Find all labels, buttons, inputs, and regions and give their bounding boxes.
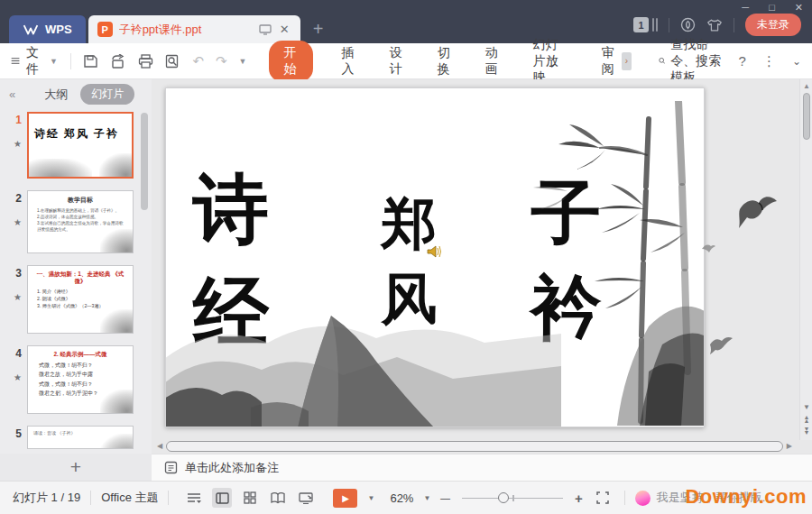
- thumbnail-image[interactable]: 诗经 郑风 子衿: [27, 112, 134, 179]
- zoom-level[interactable]: 62%: [390, 491, 413, 505]
- slide-sorter-view-icon[interactable]: [240, 488, 260, 508]
- notes-bar[interactable]: 单击此处添加备注: [152, 454, 812, 481]
- ink-mountain-art: [165, 289, 561, 427]
- panel-collapse-icon[interactable]: «: [9, 87, 15, 101]
- tab-insert[interactable]: 插入: [329, 45, 368, 78]
- close-icon[interactable]: ✕: [795, 2, 803, 13]
- login-button[interactable]: 未登录: [745, 14, 801, 36]
- wps-home-tab[interactable]: WPS: [9, 15, 86, 43]
- scroll-down-icon[interactable]: ▼: [803, 403, 810, 411]
- zoom-in-button[interactable]: +: [575, 491, 583, 506]
- reading-view-icon[interactable]: [268, 488, 288, 508]
- zoom-out-button[interactable]: ─: [440, 491, 450, 506]
- redo-icon[interactable]: ↷: [216, 53, 227, 69]
- ribbon-menu-bar: 文件 ▼ ↶ ↷ ▼ 开始 插入 设计 切换 动画 幻灯片放映 审阅 › 查找命…: [0, 43, 812, 79]
- search-icon: [659, 54, 666, 68]
- doc-count-badge[interactable]: 1: [633, 17, 649, 32]
- thumbnail-list: 1 ★ 诗经 郑风 子衿 2 ★ 教学目标 1.在理解解释诗意的基础上，背诵《子…: [0, 112, 152, 454]
- slide-thumb-3[interactable]: 3 ★ 一、温故知新：1、走进经典 《式微》 1. 简介《诗经》 2. 朗读《式…: [0, 265, 152, 334]
- scroll-left-icon[interactable]: ◀: [157, 442, 162, 450]
- previous-slide-button[interactable]: ▲▲: [804, 416, 810, 423]
- document-tab[interactable]: P 子衿ppt课件.ppt ✕: [88, 15, 300, 43]
- zoom-presets-chevron-icon[interactable]: ▼: [423, 494, 430, 502]
- tab-slideshow[interactable]: 幻灯片放映: [521, 37, 580, 86]
- new-tab-button[interactable]: +: [313, 19, 324, 43]
- slide-thumb-5[interactable]: 5 诵读：音读 《子衿》: [0, 426, 152, 449]
- skin-tshirt-icon[interactable]: [706, 18, 723, 32]
- save-icon[interactable]: [83, 54, 98, 69]
- present-monitor-icon[interactable]: [259, 24, 272, 35]
- tab-slides[interactable]: 幻灯片: [80, 84, 134, 105]
- tab-transition[interactable]: 切换: [425, 45, 464, 78]
- toolbar-more-icon[interactable]: ▼: [239, 57, 247, 66]
- ink-art-mini: [100, 229, 134, 253]
- minimize-icon[interactable]: ─: [742, 2, 749, 13]
- file-menu[interactable]: 文件 ▼: [11, 45, 58, 78]
- editor-canvas[interactable]: 诗经 郑风 子衿: [152, 79, 812, 454]
- scroll-up-icon[interactable]: ▲: [803, 82, 810, 90]
- thumb-title: 一、温故知新：1、走进经典 《式微》: [32, 271, 129, 285]
- export-pdf-icon[interactable]: [110, 54, 126, 69]
- scroll-right-icon[interactable]: ▶: [787, 442, 792, 450]
- thumbnail-image[interactable]: 一、温故知新：1、走进经典 《式微》 1. 简介《诗经》 2. 朗读《式微》 3…: [27, 265, 134, 334]
- slide-number: 1: [15, 114, 22, 126]
- tab-animation[interactable]: 动画: [473, 45, 512, 78]
- slide-number: 4: [15, 347, 22, 360]
- search-label: 查找命令、搜索模板: [670, 37, 729, 86]
- slide-number: 2: [15, 192, 22, 205]
- tab-review[interactable]: 审阅: [602, 45, 619, 78]
- slide-counter: 幻灯片 1 / 19: [13, 490, 80, 506]
- more-dots-icon[interactable]: ⋮: [762, 53, 776, 69]
- notes-toggle-icon[interactable]: [184, 488, 204, 508]
- thumb-title: 诗经 郑风 子衿: [29, 126, 125, 142]
- tab-home[interactable]: 开始: [269, 41, 313, 82]
- document-title: 子衿ppt课件.ppt: [119, 22, 253, 38]
- add-slide-button[interactable]: +: [0, 454, 152, 481]
- thumbnail-image[interactable]: 2. 经典示例——式微 式微，式微！胡不归？ 微君之故，胡为乎中露 式微，式微！…: [27, 345, 134, 414]
- tab-overflow-button[interactable]: ›: [622, 52, 631, 70]
- collapse-ribbon-icon[interactable]: ⌄: [792, 55, 801, 68]
- zoom-slider-thumb[interactable]: [498, 492, 509, 503]
- slide-thumb-1[interactable]: 1 ★ 诗经 郑风 子衿: [0, 112, 152, 179]
- ink-bird-icon: [700, 242, 716, 254]
- slide-thumb-4[interactable]: 4 ★ 2. 经典示例——式微 式微，式微！胡不归？ 微君之故，胡为乎中露 式微…: [0, 345, 152, 414]
- slide-1-surface[interactable]: 诗经 郑风 子衿: [165, 87, 705, 427]
- notes-placeholder: 单击此处添加备注: [185, 460, 279, 476]
- slideshow-view-icon[interactable]: [296, 488, 316, 508]
- play-options-chevron-icon[interactable]: ▼: [367, 494, 374, 502]
- notes-icon: [164, 461, 178, 474]
- fit-to-window-icon[interactable]: [596, 491, 609, 504]
- maximize-icon[interactable]: □: [769, 2, 775, 13]
- ppt-file-icon: P: [97, 22, 113, 37]
- tab-outline[interactable]: 大纲: [44, 87, 68, 103]
- thumbnail-image[interactable]: 教学目标 1.在理解解释诗意的基础上，背诵《子衿》。 2.品读诗词，体会思念这种…: [27, 190, 134, 253]
- thumbnail-image[interactable]: 诵读：音读 《子衿》: [27, 426, 134, 449]
- wps-tab-label: WPS: [45, 23, 72, 36]
- zoom-slider[interactable]: [462, 491, 563, 504]
- hamburger-icon: [11, 56, 20, 66]
- next-slide-button[interactable]: ▼▼: [804, 427, 810, 435]
- vertical-scroll-thumb[interactable]: [803, 93, 810, 140]
- play-slideshow-button[interactable]: ▶: [333, 489, 357, 508]
- tab-close-icon[interactable]: ✕: [278, 23, 291, 36]
- print-preview-icon[interactable]: [165, 54, 180, 69]
- vertical-scrollbar[interactable]: ▲ ▼ ▲▲ ▼▼: [799, 79, 812, 440]
- thumbnail-scrollbar[interactable]: [141, 113, 148, 210]
- slide-number: 3: [15, 267, 22, 280]
- ink-art-mini: [100, 309, 134, 334]
- horizontal-scrollbar[interactable]: ◀ ▶: [157, 440, 792, 452]
- member-leaf-icon[interactable]: [680, 17, 696, 32]
- help-icon[interactable]: ?: [739, 53, 746, 69]
- ink-art-mini: [100, 434, 134, 449]
- normal-view-icon[interactable]: [212, 488, 232, 508]
- tab-design[interactable]: 设计: [377, 45, 416, 78]
- slide-thumb-2[interactable]: 2 ★ 教学目标 1.在理解解释诗意的基础上，背诵《子衿》。 2.品读诗词，体会…: [0, 190, 152, 253]
- horizontal-scroll-thumb[interactable]: [166, 441, 783, 452]
- print-icon[interactable]: [138, 54, 153, 69]
- ink-art-mini: [99, 153, 134, 179]
- theme-name[interactable]: Office 主题: [101, 490, 158, 506]
- undo-icon[interactable]: ↶: [192, 53, 204, 69]
- command-search[interactable]: 查找命令、搜索模板: [659, 37, 730, 86]
- ink-bird-icon: [736, 193, 778, 229]
- audio-speaker-icon[interactable]: [426, 243, 444, 260]
